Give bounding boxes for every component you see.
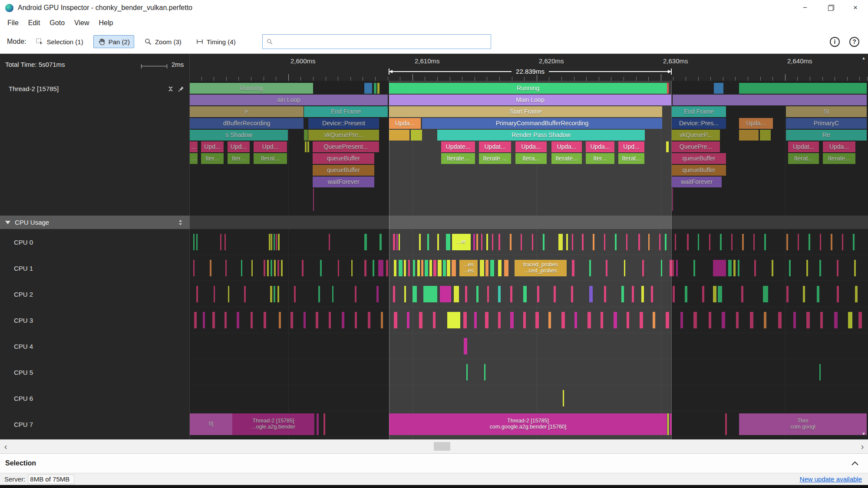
timeline-slice[interactable] bbox=[244, 286, 246, 302]
timeline-slice[interactable] bbox=[484, 364, 485, 380]
timeline-slice[interactable] bbox=[465, 286, 467, 302]
timeline-slice[interactable] bbox=[212, 312, 215, 328]
timeline-slice[interactable] bbox=[474, 312, 477, 328]
menu-view[interactable]: View bbox=[69, 19, 94, 27]
timeline-slice[interactable]: Iterate ... bbox=[479, 153, 511, 164]
timeline-slice[interactable]: St bbox=[786, 106, 867, 117]
timeline-slice[interactable] bbox=[419, 312, 422, 328]
timeline-slice[interactable] bbox=[666, 141, 669, 152]
timeline-slice[interactable]: traced_probes...ced_probes bbox=[515, 260, 567, 276]
timeline-slice[interactable] bbox=[698, 234, 699, 250]
timeline-slice[interactable] bbox=[251, 260, 253, 276]
timeline-slice[interactable] bbox=[437, 234, 439, 250]
timeline-slice[interactable] bbox=[316, 312, 318, 328]
timeline-slice[interactable] bbox=[566, 234, 568, 250]
timeline-slice[interactable] bbox=[739, 130, 759, 141]
timeline-slice[interactable] bbox=[393, 286, 395, 302]
timeline-slice[interactable] bbox=[464, 338, 467, 354]
timeline-slice[interactable] bbox=[651, 286, 653, 302]
timeline-slice[interactable] bbox=[738, 260, 739, 276]
timeline-slice[interactable] bbox=[661, 260, 662, 276]
timeline-slice[interactable]: Iter... bbox=[228, 153, 250, 164]
timeline-slice[interactable] bbox=[433, 312, 436, 328]
minimize-button[interactable]: − bbox=[792, 0, 818, 16]
timeline-slice[interactable] bbox=[473, 234, 475, 250]
timeline-slice[interactable] bbox=[543, 234, 545, 250]
timeline-slice[interactable] bbox=[510, 312, 514, 328]
timeline-slice[interactable] bbox=[753, 234, 755, 250]
timeline-slice[interactable] bbox=[673, 286, 675, 302]
timeline-slice[interactable] bbox=[277, 260, 279, 276]
timeline-slice[interactable] bbox=[440, 286, 451, 302]
timeline-slice[interactable] bbox=[693, 260, 695, 276]
timeline-slice[interactable] bbox=[615, 234, 617, 250]
timeline-slice[interactable] bbox=[498, 234, 500, 250]
timeline-slice[interactable] bbox=[632, 286, 634, 302]
timeline-slice[interactable] bbox=[713, 260, 726, 276]
timeline-slice[interactable]: Upd... bbox=[254, 141, 287, 152]
timeline-slice[interactable]: Iterate... bbox=[823, 153, 855, 164]
timeline-slice[interactable]: Device::Present bbox=[308, 118, 379, 129]
timeline-slice[interactable] bbox=[399, 260, 403, 276]
timeline-slice[interactable] bbox=[713, 286, 716, 302]
timeline-slice[interactable]: Upda... bbox=[739, 118, 773, 129]
timeline-slice[interactable] bbox=[498, 312, 501, 328]
timeline-slice[interactable]: waitForever bbox=[313, 177, 374, 187]
timeline-slice[interactable]: 0] bbox=[190, 413, 232, 435]
timeline-slice[interactable] bbox=[317, 413, 319, 435]
timeline-slice[interactable]: Update... bbox=[441, 141, 475, 152]
timeline-slice[interactable] bbox=[277, 286, 279, 302]
timeline-slice[interactable] bbox=[193, 234, 195, 250]
scroll-left-button[interactable]: ‹ bbox=[0, 439, 11, 453]
timeline-slice[interactable] bbox=[722, 312, 725, 328]
timeline-slice[interactable] bbox=[709, 234, 710, 250]
time-ruler[interactable]: 2,600ms2,610ms2,620ms2,630ms2,640ms22.83… bbox=[190, 54, 868, 81]
horizontal-scrollbar[interactable]: ‹ › bbox=[0, 439, 868, 453]
scroll-down-icon[interactable]: ▼ bbox=[862, 432, 866, 436]
timeline-slice[interactable] bbox=[364, 83, 372, 94]
timeline-slice[interactable] bbox=[817, 286, 819, 302]
tracks-canvas[interactable]: RunningRunningain LoopMain LoopeEnd Fram… bbox=[190, 81, 868, 439]
timeline-slice[interactable] bbox=[742, 234, 744, 250]
timeline-slice[interactable] bbox=[582, 234, 584, 250]
timeline-slice[interactable] bbox=[626, 234, 627, 250]
timeline-slice[interactable] bbox=[510, 286, 512, 302]
collapse-icon[interactable] bbox=[167, 85, 174, 92]
timeline-slice[interactable]: Start Frame bbox=[389, 106, 662, 117]
timeline-slice[interactable] bbox=[307, 141, 309, 152]
timeline-slice[interactable]: Iter... bbox=[586, 153, 614, 164]
timeline-slice[interactable] bbox=[224, 312, 227, 328]
timeline-slice[interactable] bbox=[355, 286, 356, 302]
timeline-slice[interactable]: Iterat... bbox=[788, 153, 819, 164]
timeline-slice[interactable] bbox=[225, 260, 227, 276]
timeline-slice[interactable]: e bbox=[190, 106, 304, 117]
timeline-slice[interactable] bbox=[614, 312, 617, 328]
timeline-slice[interactable] bbox=[393, 234, 395, 250]
timeline-slice[interactable] bbox=[733, 260, 736, 276]
timeline-slice[interactable] bbox=[267, 260, 269, 276]
mode-zoom-button[interactable]: Zoom (3) bbox=[140, 35, 186, 48]
timeline-slice[interactable]: Iterate... bbox=[551, 153, 582, 164]
timeline-slice[interactable] bbox=[264, 260, 265, 276]
timeline-slice[interactable] bbox=[760, 130, 771, 141]
timeline-slice[interactable] bbox=[318, 286, 320, 302]
timeline-slice[interactable] bbox=[323, 413, 325, 435]
timeline-slice[interactable] bbox=[820, 312, 823, 328]
timeline-slice[interactable] bbox=[554, 286, 556, 302]
restore-button[interactable] bbox=[818, 0, 843, 16]
timeline-slice[interactable] bbox=[364, 234, 367, 250]
timeline-slice[interactable] bbox=[498, 260, 502, 276]
timeline-slice[interactable] bbox=[446, 234, 450, 250]
menu-edit[interactable]: Edit bbox=[23, 19, 45, 27]
timeline-slice[interactable] bbox=[368, 312, 370, 328]
scroll-right-button[interactable]: › bbox=[857, 439, 868, 453]
timeline-slice[interactable] bbox=[532, 234, 533, 250]
timeline-slice[interactable] bbox=[389, 130, 409, 141]
timeline-slice[interactable] bbox=[399, 234, 400, 250]
close-button[interactable]: × bbox=[843, 0, 868, 16]
timeline-slice[interactable] bbox=[443, 260, 446, 276]
timeline-slice[interactable] bbox=[276, 234, 277, 250]
timeline-slice[interactable] bbox=[394, 260, 396, 276]
timeline-slice[interactable]: Thread-2 [15785]com.google.a2g.bender [1… bbox=[389, 413, 667, 435]
timeline-slice[interactable] bbox=[675, 234, 676, 250]
